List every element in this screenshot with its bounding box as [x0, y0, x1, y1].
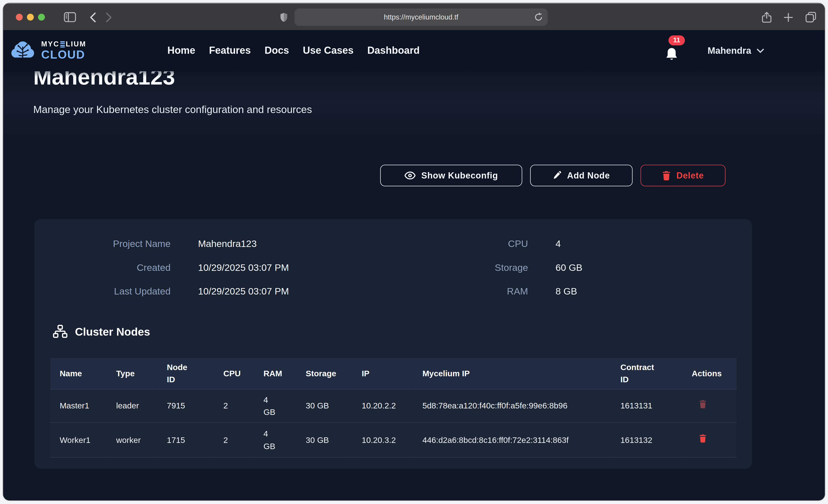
- cluster-nodes-table: Name Type Node ID CPU RAM Storage IP Myc…: [50, 358, 737, 458]
- back-icon[interactable]: [90, 12, 96, 23]
- nav-use-cases[interactable]: Use Cases: [303, 45, 354, 56]
- cell-name: Worker1: [50, 422, 107, 457]
- detail-label: Created: [34, 262, 170, 274]
- minimize-window-button[interactable]: [27, 14, 34, 21]
- cell-mycelium-ip: 5d8:78ea:a120:f40c:ff0f:a5fe:99e6:8b96: [413, 389, 611, 422]
- cell-ram: 4 GB: [254, 422, 296, 457]
- nav-home[interactable]: Home: [167, 45, 195, 56]
- cluster-nodes-title: Cluster Nodes: [75, 326, 150, 338]
- add-node-button[interactable]: Add Node: [530, 165, 633, 186]
- share-icon[interactable]: [762, 11, 772, 23]
- address-bar[interactable]: https://myceliumcloud.tf: [294, 8, 548, 26]
- address-area: https://myceliumcloud.tf: [280, 4, 548, 31]
- brand-logo-text: MYCLIUM CLOUD: [41, 41, 86, 60]
- col-contract-id: Contract ID: [611, 358, 682, 389]
- traffic-lights: [16, 14, 45, 21]
- nav-docs[interactable]: Docs: [264, 45, 289, 56]
- cell-ip: 10.20.3.2: [352, 422, 413, 457]
- cell-ip: 10.20.2.2: [352, 389, 413, 422]
- cell-storage: 30 GB: [296, 422, 352, 457]
- cell-type: worker: [107, 422, 157, 457]
- brand-logo[interactable]: MYCLIUM CLOUD: [9, 40, 86, 62]
- detail-value: 60 GB: [555, 262, 582, 274]
- detail-label: Last Updated: [34, 286, 170, 297]
- shield-icon[interactable]: [280, 12, 288, 22]
- cluster-nodes-heading: Cluster Nodes: [53, 325, 150, 339]
- screenshot-stage: https://myceliumcloud.tf: [0, 0, 828, 504]
- cell-cpu: 2: [214, 422, 254, 457]
- delete-node-button[interactable]: [699, 400, 706, 409]
- col-actions: Actions: [682, 358, 737, 389]
- site-header: MYCLIUM CLOUD Home Features Docs Use Cas…: [3, 30, 825, 71]
- delete-cluster-button[interactable]: Delete: [640, 165, 726, 186]
- detail-value: 10/29/2025 03:07 PM: [198, 286, 289, 297]
- show-kubeconfig-label: Show Kubeconfig: [421, 170, 498, 180]
- network-icon: [53, 325, 68, 339]
- detail-label: RAM: [404, 286, 528, 297]
- show-kubeconfig-button[interactable]: Show Kubeconfig: [380, 165, 522, 186]
- cell-contract-id: 1613132: [611, 422, 682, 457]
- detail-value: 8 GB: [555, 286, 577, 297]
- brand-name-bottom: CLOUD: [41, 49, 86, 60]
- page-subtitle: Manage your Kubernetes cluster configura…: [33, 103, 312, 116]
- user-menu[interactable]: Mahendra: [708, 30, 764, 71]
- detail-row: RAM 8 GB: [404, 280, 825, 303]
- col-node-id: Node ID: [157, 358, 214, 389]
- cell-storage: 30 GB: [296, 389, 352, 422]
- cell-cpu: 2: [214, 389, 254, 422]
- close-window-button[interactable]: [16, 14, 23, 21]
- main-nav: Home Features Docs Use Cases Dashboard: [167, 45, 420, 56]
- detail-row: Storage 60 GB: [404, 256, 825, 280]
- cluster-details-right: CPU 4 Storage 60 GB RAM 8 GB: [404, 232, 825, 303]
- nav-dashboard[interactable]: Dashboard: [367, 45, 420, 56]
- cell-type: leader: [107, 389, 157, 422]
- stylized-e-icon: [60, 41, 65, 48]
- detail-value: 10/29/2025 03:07 PM: [198, 262, 289, 274]
- cell-mycelium-ip: 446:d2a6:8bcd:8c16:ff0f:72e2:3114:863f: [413, 422, 611, 457]
- detail-label: Storage: [404, 262, 528, 274]
- cell-node-id: 7915: [157, 389, 214, 422]
- add-node-label: Add Node: [567, 170, 610, 180]
- brand-name-top: MYCLIUM: [41, 41, 86, 48]
- col-cpu: CPU: [214, 358, 254, 389]
- user-name: Mahendra: [708, 45, 751, 56]
- notifications-button[interactable]: 11: [663, 40, 684, 65]
- cell-contract-id: 1613131: [611, 389, 682, 422]
- mycelium-cloud-logo-icon: [9, 40, 36, 62]
- cell-actions: [682, 389, 737, 422]
- detail-row: CPU 4: [404, 232, 825, 256]
- cell-node-id: 1715: [157, 422, 214, 457]
- table-row: Master1 leader 7915 2 4 GB 30 GB 10.20.2…: [50, 389, 737, 422]
- delete-label: Delete: [676, 170, 704, 180]
- reload-icon[interactable]: [535, 13, 542, 22]
- new-tab-icon[interactable]: [784, 12, 793, 22]
- col-name: Name: [50, 358, 107, 389]
- browser-toolbar: https://myceliumcloud.tf: [3, 3, 825, 31]
- pencil-icon: [553, 171, 562, 180]
- cluster-card: Project Name Mahendra123 Created 10/29/2…: [34, 219, 752, 469]
- detail-label: CPU: [404, 239, 528, 250]
- col-type: Type: [107, 358, 157, 389]
- nav-features[interactable]: Features: [209, 45, 251, 56]
- col-mycelium-ip: Mycelium IP: [413, 358, 611, 389]
- cell-actions: [682, 422, 737, 457]
- table-row: Worker1 worker 1715 2 4 GB 30 GB 10.20.3…: [50, 422, 737, 457]
- toolbar-right-icons: [762, 4, 817, 31]
- col-storage: Storage: [296, 358, 352, 389]
- notification-badge: 11: [668, 35, 685, 45]
- sidebar-toggle-icon[interactable]: [64, 12, 76, 22]
- tab-overview-icon[interactable]: [805, 12, 816, 23]
- cell-ram: 4 GB: [254, 389, 296, 422]
- cell-name: Master1: [50, 389, 107, 422]
- forward-icon[interactable]: [106, 12, 112, 23]
- trash-icon: [662, 170, 671, 180]
- table-header-row: Name Type Node ID CPU RAM Storage IP Myc…: [50, 358, 737, 389]
- col-ram: RAM: [254, 358, 296, 389]
- delete-node-button[interactable]: [699, 434, 706, 443]
- address-url: https://myceliumcloud.tf: [384, 13, 458, 21]
- page: Mahendra123 Manage your Kubernetes clust…: [3, 30, 825, 500]
- zoom-window-button[interactable]: [38, 14, 45, 21]
- detail-value: 4: [555, 239, 561, 250]
- bell-icon: [665, 47, 678, 61]
- cluster-actions: Show Kubeconfig Add Node: [380, 165, 726, 186]
